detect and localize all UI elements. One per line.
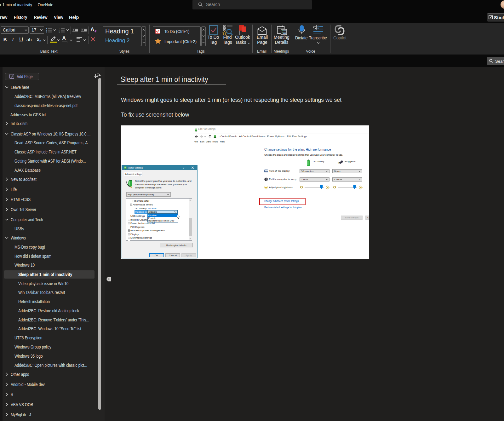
svg-text:3: 3 — [59, 31, 60, 33]
